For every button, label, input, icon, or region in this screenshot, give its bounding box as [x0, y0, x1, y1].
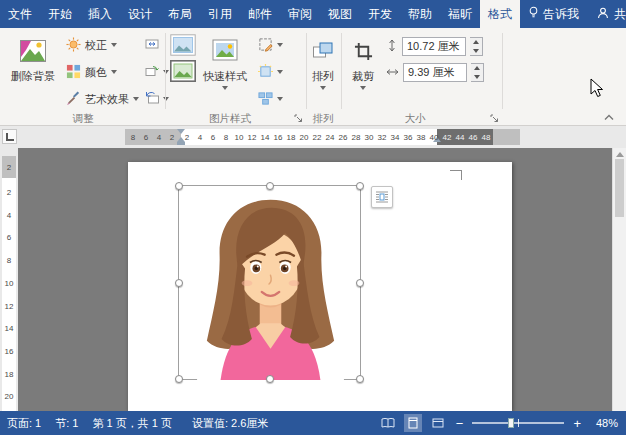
- picture-selection-frame[interactable]: [178, 185, 361, 380]
- tab-layout[interactable]: 布局: [160, 0, 200, 28]
- tab-review[interactable]: 审阅: [280, 0, 320, 28]
- web-layout-button[interactable]: [429, 414, 447, 432]
- picture-styles-dialog-launcher[interactable]: [293, 113, 304, 124]
- text-boundary-corner-mark: [450, 170, 462, 180]
- left-tab-icon: [6, 133, 14, 141]
- ruler-row: 8642246810121416182022242628303234363840…: [0, 126, 626, 148]
- status-setting-value: 设置值: 2.6厘米: [185, 416, 275, 431]
- color-label: 颜色: [85, 65, 107, 80]
- tab-file[interactable]: 文件: [0, 0, 40, 28]
- artistic-effects-button[interactable]: 艺术效果: [66, 87, 142, 111]
- h-ruler-number: 18: [287, 133, 296, 142]
- remove-background-label: 删除背景: [11, 70, 55, 83]
- zoom-out-button[interactable]: −: [454, 417, 466, 430]
- document-canvas: [18, 148, 612, 411]
- height-spinner[interactable]: [470, 37, 483, 56]
- size-dialog-launcher[interactable]: [489, 113, 500, 124]
- horizontal-ruler[interactable]: 8642246810121416182022242628303234363840…: [125, 129, 520, 145]
- resize-handle-bottom-left[interactable]: [175, 375, 183, 383]
- work-area: 8642246810121416182022242628303234363840…: [0, 126, 626, 411]
- read-mode-button[interactable]: [379, 414, 397, 432]
- picture-border-icon: [258, 37, 273, 54]
- picture-layout-icon: [258, 91, 273, 108]
- h-ruler-number: 36: [404, 133, 413, 142]
- arrange-button[interactable]: 排列: [308, 31, 338, 111]
- left-indent-marker[interactable]: [177, 142, 185, 145]
- dropdown-caret: [111, 70, 117, 74]
- corrections-icon: [66, 37, 81, 54]
- ribbon: 删除背景 校正 颜色 艺术效果: [0, 28, 626, 126]
- zoom-in-button[interactable]: +: [571, 417, 583, 430]
- picture-effects-button[interactable]: [258, 60, 283, 84]
- tab-view[interactable]: 视图: [320, 0, 360, 28]
- scrollbar-thumb[interactable]: [615, 159, 624, 217]
- quick-styles-button[interactable]: 快速样式: [198, 31, 252, 111]
- tab-items: 文件开始插入设计布局引用邮件审阅视图开发帮助福昕格式: [0, 0, 520, 28]
- selected-picture[interactable]: [196, 194, 345, 380]
- print-layout-button[interactable]: [404, 414, 422, 432]
- zoom-percentage[interactable]: 48%: [590, 417, 618, 429]
- share-button[interactable]: 共享: [587, 0, 626, 28]
- v-ruler-number: 14: [2, 324, 16, 333]
- resize-handle-bottom-right[interactable]: [356, 375, 364, 383]
- tab-mailings[interactable]: 邮件: [240, 0, 280, 28]
- tab-help[interactable]: 帮助: [400, 0, 440, 28]
- picture-style-thumbnail[interactable]: [170, 60, 196, 82]
- status-page-number[interactable]: 页面: 1: [0, 416, 48, 431]
- artistic-effects-icon: [66, 91, 81, 108]
- compress-picture-button[interactable]: [145, 33, 159, 57]
- resize-handle-bottom-center[interactable]: [266, 375, 274, 383]
- picture-style-thumbnail[interactable]: [170, 34, 196, 56]
- tellme-tab[interactable]: 告诉我: [520, 0, 587, 28]
- h-ruler-number: 42: [443, 133, 452, 142]
- h-ruler-number: 4: [198, 133, 202, 142]
- vertical-scrollbar[interactable]: [612, 148, 626, 411]
- collapse-ribbon-button[interactable]: [602, 112, 616, 122]
- h-ruler-number: 20: [300, 133, 309, 142]
- lightbulb-icon: [528, 6, 539, 22]
- tab-foxit[interactable]: 福昕: [440, 0, 480, 28]
- tab-home[interactable]: 开始: [40, 0, 80, 28]
- dropdown-caret: [277, 97, 283, 101]
- remove-background-button[interactable]: 删除背景: [4, 31, 62, 111]
- width-spinner[interactable]: [471, 63, 484, 82]
- crop-button[interactable]: 裁剪: [345, 31, 381, 111]
- layout-options-button[interactable]: [371, 186, 393, 208]
- h-ruler-number: 16: [274, 133, 283, 142]
- h-ruler-number: 22: [313, 133, 322, 142]
- v-ruler-number: 20: [2, 392, 16, 401]
- document-page[interactable]: [128, 162, 512, 411]
- height-input[interactable]: 10.72 厘米: [402, 37, 466, 56]
- v-ruler-number: 8: [2, 256, 16, 265]
- scroll-up-arrow[interactable]: [616, 152, 624, 157]
- v-ruler-number: 12: [2, 302, 16, 311]
- corrections-button[interactable]: 校正: [66, 33, 142, 57]
- arrange-group-label: 排列: [306, 112, 340, 126]
- vertical-ruler[interactable]: 22468101214161820: [0, 148, 18, 411]
- resize-handle-top-left[interactable]: [175, 182, 183, 190]
- resize-handle-middle-right[interactable]: [356, 279, 364, 287]
- tab-format[interactable]: 格式: [480, 0, 520, 28]
- dropdown-caret: [320, 86, 326, 90]
- resize-handle-top-center[interactable]: [266, 182, 274, 190]
- tab-references[interactable]: 引用: [200, 0, 240, 28]
- width-input[interactable]: 9.39 厘米: [403, 63, 467, 82]
- tab-insert[interactable]: 插入: [80, 0, 120, 28]
- v-ruler-number: 2: [2, 188, 16, 197]
- h-ruler-number: 32: [378, 133, 387, 142]
- color-button[interactable]: 颜色: [66, 60, 142, 84]
- tab-developer[interactable]: 开发: [360, 0, 400, 28]
- color-icon: [66, 64, 81, 81]
- resize-handle-top-right[interactable]: [356, 182, 364, 190]
- h-ruler-number: 44: [456, 133, 465, 142]
- tab-stop-selector[interactable]: [2, 129, 17, 144]
- picture-layout-button[interactable]: [258, 87, 283, 111]
- resize-handle-middle-left[interactable]: [175, 279, 183, 287]
- picture-border-button[interactable]: [258, 33, 283, 57]
- remove-background-icon: [20, 36, 46, 66]
- zoom-slider[interactable]: [472, 422, 564, 424]
- tab-design[interactable]: 设计: [120, 0, 160, 28]
- zoom-slider-thumb[interactable]: [508, 418, 514, 428]
- status-section[interactable]: 节: 1: [48, 416, 85, 431]
- status-page-of-total[interactable]: 第 1 页，共 1 页: [85, 416, 178, 431]
